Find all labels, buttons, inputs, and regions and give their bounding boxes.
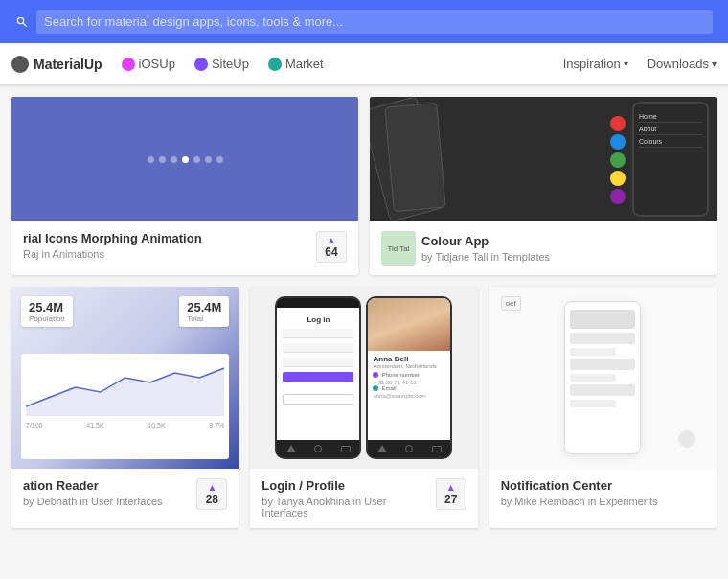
wf-block-1 [570,333,635,344]
card-colour-app[interactable]: Home About Colours Tid Tal [370,97,717,275]
chevron-down-icon: ▾ [624,58,628,69]
iosup-label: iOSUp [139,57,175,71]
search-bar [0,0,728,43]
profile-field-email: Email [373,385,445,391]
vote-arrow-icon: ▲ [207,482,216,493]
email-value: anna@example.com [373,393,445,399]
stat-value-1: 25.4M [29,300,65,314]
recents-btn-icon-2 [432,446,442,452]
card-text-colour: Colour App by Tidjane Tall in Templates [421,234,550,263]
brand-dot [11,56,29,73]
card-title-notification: Notification Center [501,478,705,493]
swatch-green [610,152,626,168]
iosup-dot [122,58,135,71]
downloads-menu[interactable]: Downloads ▾ [648,57,717,71]
profile-photo [368,298,450,351]
profile-phone: Anna Bell Amsterdam, Netherlands Phone n… [366,296,452,459]
search-input[interactable] [36,10,713,34]
card-title-login: Login / Profile [262,478,435,493]
profile-field-phone: Phone number [373,372,445,378]
card-text-morphing: rial Icons Morphing Animation Raj in Ani… [23,231,316,260]
menu-item-home: Home [639,111,702,123]
login-screen-title: Log in [283,315,353,324]
card-title-morphing: rial Icons Morphing Animation [23,231,316,245]
card-title-reader: ation Reader [23,478,196,493]
back-btn-icon [286,445,296,452]
wf-block-header [570,310,635,329]
dot-6 [205,156,212,163]
reader-chart: 7/100 41.5K 10.5K 8.7% [21,354,229,459]
phone-nav-bar [277,440,359,457]
swatch-red [610,116,626,131]
card-subtitle-morphing: Raj in Animations [23,248,316,260]
stat-sub-1: Population [29,314,65,323]
profile-info: Anna Bell Amsterdam, Netherlands Phone n… [368,351,450,403]
card-subtitle-login: by Tanya Anokhina in User Interfaces [262,496,435,519]
signup-btn-mock [283,394,353,405]
wf-block-2 [570,359,635,370]
stat-value-2: 25.4M [187,300,221,314]
siteup-label: SiteUp [212,57,249,71]
reader-image: 25.4M Population 25.4M Total 7/100 41.5K… [11,287,239,469]
card-info-notification: Notification Center by Mike Rembach in E… [489,469,717,517]
home-btn-icon [314,445,322,452]
card-subtitle-notification: by Mike Rembach in Experiments [501,496,705,507]
hero-row: rial Icons Morphing Animation Raj in Ani… [0,85,728,287]
inspiration-label: Inspiration [563,57,621,71]
stat-sub-2: Total [187,314,221,323]
inspiration-menu[interactable]: Inspiration ▾ [563,57,628,71]
card-notification-center[interactable]: oef Notification Center by Mike Rembach … [489,287,717,528]
chart-label-1: 7/100 [26,422,43,428]
wf-circle [678,430,695,448]
oef-badge: oef [501,296,521,311]
colour-app-thumbnail: Tid Tal [381,231,416,266]
wf-block-sm-2 [570,374,616,382]
swatch-yellow [610,171,626,186]
card-image-colour: Home About Colours [370,97,717,221]
nav-item-siteup[interactable]: SiteUp [194,57,249,71]
login-btn-mock [283,372,353,382]
chart-label-2: 41.5K [86,422,103,428]
login-image: Log in Ann [250,287,477,469]
card-text-reader: ation Reader by Debnath in User Interfac… [23,478,196,507]
vote-count-reader: 28 [206,493,218,506]
stat-box-1: 25.4M Population [21,296,73,327]
card-text-notification: Notification Center by Mike Rembach in E… [501,478,705,507]
vote-arrow-icon: ▲ [327,235,336,245]
menu-item-colours: Colours [639,136,702,148]
color-swatches [610,116,626,204]
carousel-dots [148,156,223,163]
login-screen: Log in [277,308,359,448]
card-info-reader: ation Reader by Debnath in User Interfac… [11,469,239,520]
menu-item-about: About [639,124,702,135]
wireframe-phone [564,301,641,454]
card-image-morphing [11,97,358,221]
vote-badge-login[interactable]: ▲ 27 [436,478,466,510]
nav-item-iosup[interactable]: iOSUp [122,57,175,71]
vote-badge-morphing[interactable]: ▲ 64 [316,231,347,263]
hero-banner-right: Home About Colours [370,97,717,221]
thumb-text: Tid Tal [387,244,409,253]
password-field-mock [283,343,353,353]
bottom-row: 25.4M Population 25.4M Total 7/100 41.5K… [0,287,728,540]
card-population-reader[interactable]: 25.4M Population 25.4M Total 7/100 41.5K… [11,287,239,528]
card-morphing-animation[interactable]: rial Icons Morphing Animation Raj in Ani… [11,97,358,275]
profile-phone-nav [368,440,450,457]
downloads-label: Downloads [648,57,709,71]
card-info-inner-colour: Tid Tal Colour App by Tidjane Tall in Te… [381,231,550,266]
market-label: Market [285,57,324,71]
chart-labels: 7/100 41.5K 10.5K 8.7% [26,422,224,428]
chart-svg [26,359,224,416]
brand-logo[interactable]: MaterialUp [11,56,102,73]
search-icon [15,15,29,29]
email-icon [373,385,378,391]
nav-item-market[interactable]: Market [268,57,324,71]
card-login-profile[interactable]: Log in Ann [250,287,477,528]
swatch-blue [610,134,626,150]
profile-screen: Anna Bell Amsterdam, Netherlands Phone n… [368,298,450,440]
wf-block-sm-1 [570,348,616,356]
brand-label: MaterialUp [34,57,102,72]
vote-badge-reader[interactable]: ▲ 28 [196,478,227,510]
profile-location: Amsterdam, Netherlands [373,363,445,369]
home-btn-icon-2 [405,445,413,452]
